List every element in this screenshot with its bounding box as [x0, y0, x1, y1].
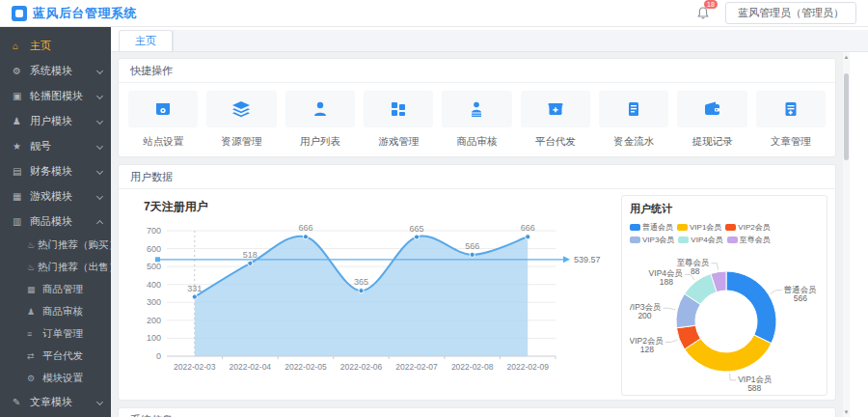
svg-text:200: 200 [147, 316, 161, 325]
user-module-icon: ♟ [13, 116, 27, 126]
legend-item-VIP3会员[interactable]: VIP3会员 [630, 234, 674, 246]
chevron-down-icon [96, 93, 103, 99]
svg-text:700: 700 [147, 226, 161, 236]
svg-text:128: 128 [640, 345, 654, 354]
sidebar-item-label: 主页 [30, 39, 51, 53]
sidebar-item-finance-module[interactable]: ▤财务模块 [0, 158, 111, 183]
user-stats-donut-chart[interactable]: 普通会员566VIP1会员588VIP2会员128VIP3会员200VIP4会员… [630, 246, 824, 391]
hot-sell-icon: ♨ [27, 263, 35, 272]
svg-text:500: 500 [147, 262, 161, 271]
svg-text:365: 365 [354, 277, 368, 287]
quick-action-平台代发[interactable]: 平台代发 [521, 91, 590, 149]
sidebar-nav: ⌂主页⚙系统模块▣轮播图模块♟用户模块★靓号▤财务模块▦游戏模块▥商品模块♨热门… [0, 27, 111, 417]
legend-label: VIP4会员 [691, 234, 722, 246]
sidebar-item-home[interactable]: ⌂主页 [0, 33, 111, 58]
sidebar-item-label: 用户模块 [30, 114, 72, 128]
quick-action-label: 资金流水 [613, 135, 654, 149]
sidebar-subitem-label: 热门推荐（购买） [38, 238, 111, 252]
sidebar-subitem-label: 商品审核 [42, 305, 83, 319]
sidebar-item-system-module[interactable]: ⚙系统模块 [0, 58, 111, 83]
notification-badge: 18 [704, 0, 718, 9]
chevron-down-icon [96, 399, 103, 405]
quick-action-游戏管理[interactable]: 游戏管理 [364, 91, 433, 149]
quick-action-label: 用户列表 [300, 135, 340, 149]
sidebar-item-badge-number[interactable]: ★靓号 [0, 133, 111, 158]
sidebar-item-product-module[interactable]: ▥商品模块 [0, 208, 111, 234]
tabstrip-rest [173, 30, 868, 51]
legend-label: VIP1会员 [690, 221, 721, 234]
legend-item-VIP1会员[interactable]: VIP1会员 [677, 221, 721, 234]
line-chart-block: 7天注册用户 01002003004005006007002022-02-032… [126, 195, 613, 396]
tab-home[interactable]: 主页 [119, 30, 173, 51]
site-settings-icon [128, 91, 198, 127]
sidebar-item-article-module[interactable]: ✎文章模块 [0, 389, 111, 414]
product-audit-icon [442, 91, 511, 127]
sidebar-subitem[interactable]: ♨热门推荐（出售） [0, 256, 111, 278]
pie-legend: 普通会员VIP1会员VIP2会员VIP3会员VIP4会员至尊会员 [630, 221, 821, 246]
carousel-module-icon: ▣ [13, 91, 27, 101]
quick-actions-panel: 快捷操作 站点设置资源管理用户列表游戏管理商品审核平台代发资金流水提现记录文章管… [118, 58, 836, 157]
quick-action-提现记录[interactable]: 提现记录 [677, 91, 746, 149]
svg-text:539.57: 539.57 [574, 255, 601, 264]
chevron-down-icon [96, 168, 103, 175]
svg-text:100: 100 [147, 333, 161, 343]
quick-action-站点设置[interactable]: 站点设置 [128, 91, 198, 149]
app-window: 蓝风后台管理系统 18 蓝风管理员（管理员） ⌂主页⚙系统模块▣轮播图模块♟用户… [0, 0, 868, 417]
quick-action-资源管理[interactable]: 资源管理 [206, 91, 276, 149]
sidebar-item-game-module[interactable]: ▦游戏模块 [0, 183, 111, 208]
quick-action-用户列表[interactable]: 用户列表 [285, 91, 355, 149]
svg-text:2022-02-09: 2022-02-09 [506, 362, 549, 372]
sidebar-subitem[interactable]: ♟商品审核 [0, 300, 111, 322]
chevron-up-icon [96, 220, 103, 227]
game-module-icon: ▦ [13, 191, 27, 202]
admin-user-button[interactable]: 蓝风管理员（管理员） [725, 2, 856, 24]
svg-text:588: 588 [747, 383, 761, 391]
quick-action-文章管理[interactable]: 文章管理 [756, 91, 826, 149]
user-list-icon [285, 91, 355, 127]
quick-action-label: 平台代发 [535, 135, 576, 149]
legend-item-至尊会员[interactable]: 至尊会员 [727, 234, 771, 246]
order-manage-icon: ≡ [27, 329, 40, 339]
notification-bell-icon[interactable]: 18 [696, 6, 712, 21]
hot-buy-icon: ♨ [27, 240, 35, 250]
badge-number-icon: ★ [13, 141, 27, 152]
legend-item-VIP4会员[interactable]: VIP4会员 [678, 234, 722, 246]
vertical-scrollbar[interactable]: ▲ ▼ [843, 52, 850, 417]
scroll-up-arrow[interactable]: ▲ [843, 52, 850, 62]
donut-slice-普通会员[interactable] [726, 271, 776, 344]
platform-send-icon [521, 91, 590, 127]
sidebar-item-label: 轮播图模块 [30, 89, 83, 103]
quick-action-商品审核[interactable]: 商品审核 [442, 91, 511, 149]
top-header: 蓝风后台管理系统 18 蓝风管理员（管理员） [0, 0, 868, 27]
user-data-panel: 用户数据 7天注册用户 01002003004005006007002022-0… [118, 164, 836, 401]
sidebar-subitem[interactable]: ≡订单管理 [0, 322, 111, 345]
sidebar-item-user-module[interactable]: ♟用户模块 [0, 108, 111, 133]
scrollbar-thumb[interactable] [844, 73, 849, 160]
quick-action-label: 游戏管理 [378, 135, 419, 149]
quick-action-label: 商品审核 [456, 135, 497, 149]
article-module-icon: ✎ [13, 397, 27, 407]
platform-send-icon: ⇄ [27, 351, 40, 361]
svg-text:88: 88 [691, 266, 700, 276]
scroll-down-arrow[interactable]: ▼ [843, 407, 850, 417]
quick-action-label: 文章管理 [771, 135, 811, 149]
quick-action-label: 提现记录 [692, 135, 732, 149]
svg-text:188: 188 [660, 277, 673, 287]
quick-actions-title: 快捷操作 [119, 59, 835, 83]
sidebar-subitem-label: 商品管理 [42, 283, 83, 296]
legend-item-VIP2会员[interactable]: VIP2会员 [725, 221, 770, 234]
sidebar-item-carousel-module[interactable]: ▣轮播图模块 [0, 83, 111, 108]
quick-action-资金流水[interactable]: 资金流水 [599, 91, 668, 149]
resource-manage-icon [206, 91, 276, 127]
sidebar-subitem[interactable]: ▦商品管理 [0, 278, 111, 300]
svg-text:2022-02-08: 2022-02-08 [451, 362, 494, 372]
sidebar-subitem[interactable]: ⚙模块设置 [0, 367, 111, 389]
registrations-line-chart[interactable]: 01002003004005006007002022-02-032022-02-… [126, 215, 613, 381]
svg-text:2022-02-04: 2022-02-04 [230, 362, 272, 372]
sidebar-subitem-label: 热门推荐（出售） [38, 261, 111, 274]
sidebar-subitem[interactable]: ⇄平台代发 [0, 345, 111, 367]
chevron-down-icon [96, 193, 103, 200]
legend-item-普通会员[interactable]: 普通会员 [630, 221, 673, 234]
sidebar-subitem[interactable]: ♨热门推荐（购买） [0, 234, 111, 256]
svg-text:566: 566 [794, 293, 807, 303]
